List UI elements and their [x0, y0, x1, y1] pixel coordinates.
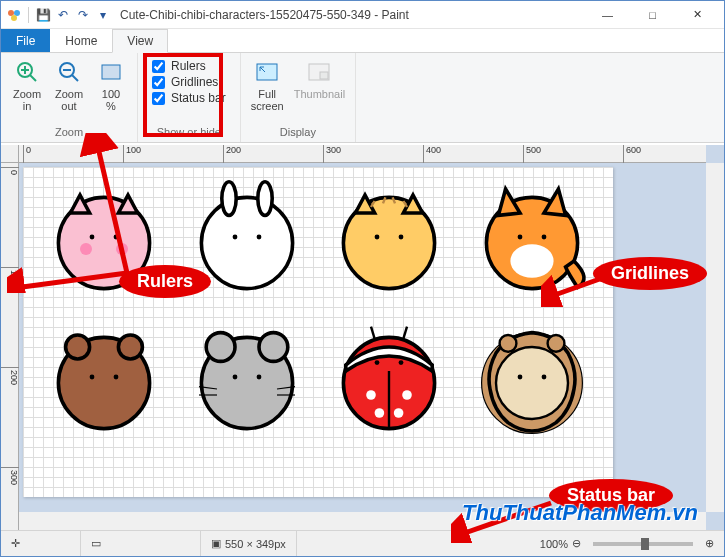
ruler-h-tick: 100 — [123, 145, 141, 163]
ruler-h-tick: 400 — [423, 145, 441, 163]
chibi-yellow-cat — [329, 177, 449, 297]
save-icon[interactable]: 💾 — [34, 6, 52, 24]
svg-point-51 — [375, 360, 380, 365]
svg-point-23 — [256, 235, 261, 240]
canvas-size-icon: ▣ — [211, 537, 221, 550]
svg-point-21 — [258, 182, 272, 216]
thumbnail-label: Thumbnail — [294, 88, 345, 100]
svg-point-33 — [119, 335, 143, 359]
selection-icon: ▭ — [91, 537, 101, 550]
window-title: Cute-Chibi-chibi-characters-15520475-550… — [112, 8, 585, 22]
horizontal-ruler: 0 100 200 300 400 500 600 — [19, 145, 706, 163]
rulers-checkbox-label: Rulers — [171, 59, 206, 73]
maximize-button[interactable]: □ — [630, 2, 675, 28]
svg-point-25 — [375, 235, 380, 240]
rulers-checkbox[interactable]: Rulers — [152, 59, 226, 73]
chibi-gray-mouse — [187, 317, 307, 437]
svg-line-8 — [72, 75, 78, 81]
ruler-h-tick: 300 — [323, 145, 341, 163]
status-selection-size: ▭ — [81, 531, 201, 556]
close-button[interactable]: ✕ — [675, 2, 720, 28]
ruler-corner — [1, 145, 19, 163]
status-bar-checkbox[interactable]: Status bar — [152, 91, 226, 105]
svg-point-32 — [66, 335, 90, 359]
zoom-in-status-button[interactable]: ⊕ — [705, 537, 714, 550]
zoom-in-button[interactable]: Zoomin — [7, 55, 47, 115]
svg-rect-13 — [320, 72, 328, 79]
minimize-button[interactable]: — — [585, 2, 630, 28]
canvas[interactable] — [23, 167, 613, 497]
horizontal-scrollbar[interactable] — [19, 512, 706, 530]
svg-point-16 — [114, 235, 119, 240]
ribbon-tabs: File Home View — [1, 29, 724, 53]
chibi-red-ladybug — [329, 317, 449, 437]
cursor-icon: ✛ — [11, 537, 20, 550]
svg-line-4 — [30, 75, 36, 81]
full-screen-label: Fullscreen — [251, 88, 284, 112]
svg-line-53 — [371, 327, 375, 339]
tab-view[interactable]: View — [112, 29, 168, 53]
zoom-in-icon — [13, 58, 41, 86]
svg-point-29 — [541, 235, 546, 240]
svg-point-47 — [366, 390, 376, 400]
svg-point-37 — [206, 333, 235, 362]
svg-point-58 — [541, 375, 546, 380]
chibi-orange-fox — [472, 177, 592, 297]
svg-point-2 — [11, 15, 17, 21]
window-controls: — □ ✕ — [585, 2, 720, 28]
status-bar-checkbox-input[interactable] — [152, 92, 165, 105]
zoom-slider-thumb[interactable] — [641, 538, 649, 550]
status-canvas-size: ▣ 550 × 349px — [201, 531, 297, 556]
rulers-checkbox-input[interactable] — [152, 60, 165, 73]
gridlines-checkbox[interactable]: Gridlines — [152, 75, 226, 89]
svg-line-54 — [404, 327, 408, 339]
status-bar: ✛ ▭ ▣ 550 × 349px 100% ⊖ ⊕ — [1, 530, 724, 556]
display-group-label: Display — [280, 126, 316, 140]
zoom-out-status-button[interactable]: ⊖ — [572, 537, 581, 550]
thumbnail-icon — [305, 58, 333, 86]
zoom-slider[interactable] — [593, 542, 693, 546]
ruler-h-tick: 600 — [623, 145, 641, 163]
zoom-in-label: Zoomin — [13, 88, 41, 112]
svg-point-60 — [547, 335, 564, 352]
ruler-h-tick: 500 — [523, 145, 541, 163]
canvas-viewport[interactable] — [19, 163, 706, 512]
ribbon-group-display: Fullscreen Thumbnail Display — [241, 53, 356, 142]
chibi-pink-cat — [44, 177, 164, 297]
chibi-white-bunny — [187, 177, 307, 297]
tab-home[interactable]: Home — [50, 29, 112, 52]
ribbon: Zoomin Zoomout 100% Zoom Rulers Gridline… — [1, 53, 724, 143]
ruler-h-tick: 0 — [23, 145, 31, 163]
svg-point-0 — [8, 10, 14, 16]
svg-point-20 — [222, 182, 236, 216]
ribbon-group-show-hide: Rulers Gridlines Status bar Show or hide — [138, 53, 241, 142]
full-screen-button[interactable]: Fullscreen — [247, 55, 288, 115]
svg-point-26 — [399, 235, 404, 240]
canvas-area: 0 100 200 300 400 500 600 0 100 200 300 — [1, 145, 724, 530]
show-hide-group-label: Show or hide — [157, 126, 221, 140]
chibi-brown-bear — [44, 317, 164, 437]
qat-dropdown-icon[interactable]: ▾ — [94, 6, 112, 24]
status-cursor-position: ✛ — [1, 531, 81, 556]
ruler-v-tick: 200 — [1, 367, 19, 385]
thumbnail-button[interactable]: Thumbnail — [290, 55, 349, 103]
svg-point-38 — [259, 333, 288, 362]
svg-point-17 — [80, 243, 92, 255]
svg-point-28 — [517, 235, 522, 240]
zoom-100-button[interactable]: 100% — [91, 55, 131, 115]
gridlines-checkbox-input[interactable] — [152, 76, 165, 89]
svg-point-1 — [14, 10, 20, 16]
zoom-group-label: Zoom — [55, 126, 83, 140]
zoom-out-label: Zoomout — [55, 88, 83, 112]
vertical-scrollbar[interactable] — [706, 163, 724, 512]
undo-icon[interactable]: ↶ — [54, 6, 72, 24]
tab-file[interactable]: File — [1, 29, 50, 52]
zoom-out-button[interactable]: Zoomout — [49, 55, 89, 115]
svg-point-19 — [201, 197, 292, 288]
ruler-v-tick: 0 — [1, 167, 19, 175]
svg-point-52 — [399, 360, 404, 365]
svg-point-18 — [116, 243, 128, 255]
redo-icon[interactable]: ↷ — [74, 6, 92, 24]
svg-rect-11 — [257, 64, 277, 80]
app-icon — [5, 6, 23, 24]
